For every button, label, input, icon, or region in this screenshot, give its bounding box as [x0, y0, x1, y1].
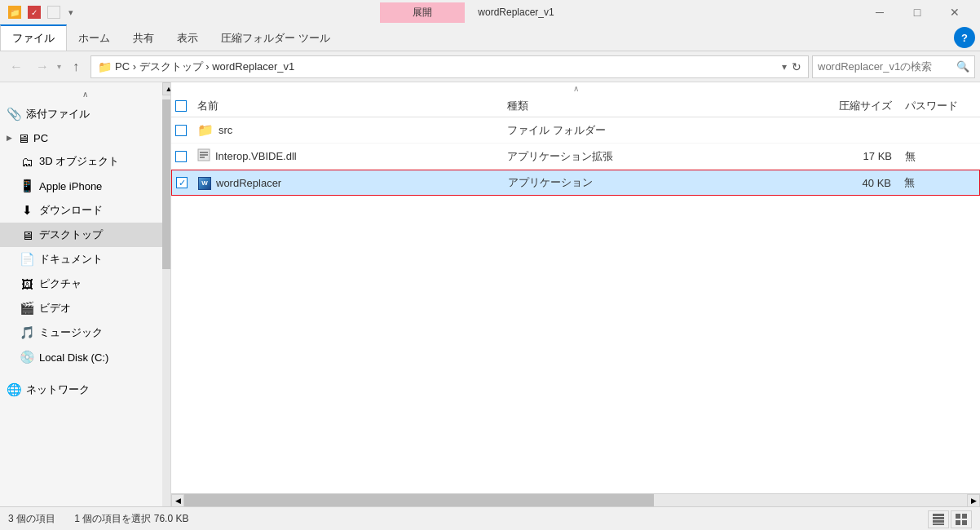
svg-rect-2	[200, 154, 208, 156]
folder-icon: 📁	[98, 60, 112, 73]
col-header-password[interactable]: パスワード	[898, 95, 980, 117]
filelist-scroll-up[interactable]: ∧	[171, 82, 980, 95]
tab-file[interactable]: ファイル	[0, 24, 67, 51]
minimize-button[interactable]: ─	[861, 0, 898, 24]
row-pass: 無	[904, 175, 915, 190]
titlebar-title: wordReplacer_v1	[465, 7, 554, 18]
row-type-cell: アプリケーション拡張	[501, 144, 801, 169]
sidebar-item-documents[interactable]: 📄 ドキュメント	[0, 247, 170, 272]
sidebar-item-local-disk[interactable]: 💿 Local Disk (C:)	[0, 345, 170, 369]
address-text: PC › デスクトップ › wordReplacer_v1	[115, 60, 779, 74]
row-pass-cell: 無	[898, 170, 979, 195]
svg-rect-1	[200, 152, 208, 153]
back-button[interactable]: ←	[5, 55, 28, 78]
quick-access-blank	[46, 4, 62, 20]
tab-share[interactable]: 共有	[121, 26, 166, 51]
sidebar-item-pictures[interactable]: 🖼 ピクチャ	[0, 272, 170, 296]
row-size-cell: 40 KB	[800, 170, 898, 195]
help-button[interactable]: ?	[954, 27, 975, 48]
scroll-right-btn[interactable]: ▶	[967, 494, 980, 507]
sidebar-item-label: ドキュメント	[39, 252, 103, 267]
statusbar-info: 3 個の項目 1 個の項目を選択 76.0 KB	[8, 512, 188, 526]
hscroll-thumb[interactable]	[184, 494, 654, 506]
table-row[interactable]: 📁 src ファイル フォルダー	[171, 117, 980, 144]
forward-button[interactable]: →	[31, 55, 54, 78]
sidebar-item-downloads[interactable]: ⬇ ダウンロード	[0, 198, 170, 223]
row-checkbox[interactable]	[175, 125, 187, 136]
table-row[interactable]: Interop.VBIDE.dll アプリケーション拡張 17 KB 無	[171, 144, 980, 170]
row-size-cell	[801, 117, 898, 143]
sidebar-item-label: 添付ファイル	[26, 107, 90, 121]
svg-rect-5	[933, 517, 944, 519]
refresh-button[interactable]: ↻	[792, 60, 801, 73]
sidebar-item-label: 3D オブジェクト	[39, 154, 119, 169]
address-chevron[interactable]: ▾	[782, 61, 787, 73]
addressbar: ← → ▾ ↑ 📁 PC › デスクトップ › wordReplacer_v1 …	[0, 51, 980, 82]
view-details-button[interactable]	[928, 510, 949, 528]
sidebar-scrollbar[interactable]: ▲	[162, 82, 170, 506]
search-icon[interactable]: 🔍	[956, 60, 969, 73]
row-checkbox[interactable]	[175, 151, 187, 162]
filelist-empty-area	[171, 196, 980, 493]
hscrollbar[interactable]: ◀ ▶	[171, 493, 980, 506]
sidebar-item-music[interactable]: 🎵 ミュージック	[0, 320, 170, 345]
header-checkbox-area	[171, 100, 191, 112]
titlebar-dropdown[interactable]: ▾	[65, 7, 73, 18]
hscroll-track[interactable]	[184, 494, 967, 506]
scroll-up-btn[interactable]: ▲	[162, 82, 171, 95]
sidebar-item-desktop[interactable]: 🖥 デスクトップ	[0, 223, 170, 247]
sidebar-scroll-up[interactable]: ∧	[0, 86, 170, 102]
up-button[interactable]: ↑	[64, 55, 87, 78]
svg-rect-10	[956, 520, 960, 525]
sidebar-item-label: PC	[33, 132, 48, 144]
sidebar-item-attachments[interactable]: 📎 添付ファイル	[0, 102, 170, 126]
scroll-thumb[interactable]	[162, 99, 170, 269]
music-icon: 🎵	[20, 325, 34, 340]
search-box[interactable]: 🔍	[812, 55, 975, 78]
quick-access-icon: 📁	[7, 4, 23, 20]
row-name: wordReplacer	[216, 177, 281, 189]
header-checkbox[interactable]	[175, 100, 187, 112]
col-header-name[interactable]: 名前	[191, 95, 501, 117]
sidebar-item-pc[interactable]: ▶ 🖥 PC	[0, 126, 170, 149]
sidebar-item-videos[interactable]: 🎬 ビデオ	[0, 296, 170, 320]
row-size-cell: 17 KB	[801, 144, 898, 169]
svg-rect-9	[962, 514, 967, 519]
selected-info: 1 個の項目を選択 76.0 KB	[74, 513, 188, 524]
3d-icon: 🗂	[20, 154, 34, 169]
scroll-left-btn[interactable]: ◀	[171, 494, 184, 507]
ribbon-tabs: ファイル ホーム 共有 表示 圧縮フォルダー ツール ?	[0, 24, 980, 51]
svg-rect-6	[933, 520, 944, 523]
row-name-cell: 📁 src	[191, 117, 501, 143]
sidebar-item-3d-objects[interactable]: 🗂 3D オブジェクト	[0, 149, 170, 174]
phone-icon: 📱	[20, 179, 34, 193]
col-header-type[interactable]: 種類	[501, 95, 801, 117]
tab-view[interactable]: 表示	[166, 26, 210, 51]
search-input[interactable]	[818, 60, 953, 73]
row-name-cell: W wordReplacer	[192, 170, 501, 195]
row-type-cell: ファイル フォルダー	[501, 117, 801, 143]
row-type: ファイル フォルダー	[507, 123, 606, 138]
dll-icon	[197, 148, 210, 164]
tab-home[interactable]: ホーム	[67, 26, 121, 51]
row-type: アプリケーション拡張	[507, 149, 613, 164]
maximize-button[interactable]: □	[898, 0, 936, 24]
documents-icon: 📄	[20, 252, 34, 267]
sidebar-item-label: ミュージック	[39, 325, 103, 340]
sidebar-item-apple-iphone[interactable]: 📱 Apple iPhone	[0, 174, 170, 198]
sidebar: ∧ 📎 添付ファイル ▶ 🖥 PC 🗂 3D オブジェクト 📱 Apple iP…	[0, 82, 171, 506]
address-box[interactable]: 📁 PC › デスクトップ › wordReplacer_v1 ▾ ↻	[90, 55, 809, 78]
sidebar-item-network[interactable]: 🌐 ネットワーク	[0, 378, 170, 402]
titlebar-spacer: 展開 wordReplacer_v1	[73, 2, 861, 23]
tab-compress-tools[interactable]: 圧縮フォルダー ツール	[210, 26, 342, 51]
row-name: src	[219, 124, 232, 136]
table-row[interactable]: W wordReplacer アプリケーション 40 KB 無	[171, 170, 980, 196]
forward-dropdown[interactable]: ▾	[57, 62, 61, 71]
sidebar-spacer	[0, 369, 170, 378]
row-checkbox[interactable]	[176, 177, 188, 188]
col-header-size[interactable]: 圧縮サイズ	[801, 95, 898, 117]
close-button[interactable]: ✕	[936, 0, 973, 24]
pc-chevron-icon: ▶	[7, 134, 12, 142]
row-size: 17 KB	[863, 150, 892, 162]
view-tiles-button[interactable]	[951, 510, 972, 528]
